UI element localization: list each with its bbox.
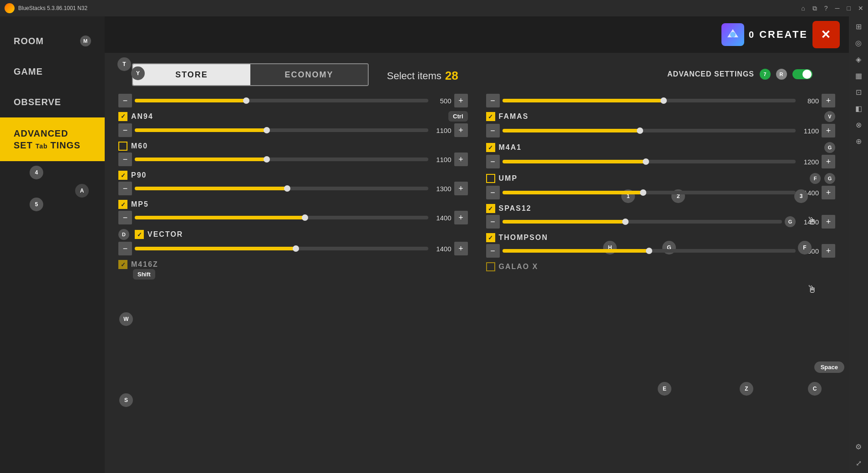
weapon-row-an94: AN94 Ctrl − 1100 +: [118, 111, 468, 137]
toggle-knob: [802, 70, 812, 79]
top-header: 0 CREATE ✕: [105, 16, 849, 53]
slider-plus-top-left[interactable]: +: [454, 94, 468, 107]
slider-minus-top-left[interactable]: −: [118, 94, 132, 107]
space-key-badge: Space: [814, 361, 844, 373]
slider-minus-m4a1[interactable]: −: [486, 155, 500, 168]
slider-minus-vector[interactable]: −: [118, 242, 132, 255]
maximize-icon[interactable]: □: [847, 5, 851, 12]
checkbox-vector[interactable]: [135, 230, 144, 239]
badge-z: Z: [740, 382, 753, 396]
badge-v: V: [824, 111, 835, 122]
slider-plus-top-right[interactable]: +: [822, 94, 835, 107]
tab-bar[interactable]: STORE ECONOMY: [132, 63, 369, 86]
badge-s: S: [119, 393, 133, 407]
left-sidebar: ROOM M GAME OBSERVE ADVANCEDSETTabTINGS …: [0, 16, 105, 473]
slider-plus-an94[interactable]: +: [454, 123, 468, 137]
slider-minus-thompson[interactable]: −: [486, 244, 500, 258]
slider-minus-an94[interactable]: −: [118, 123, 132, 137]
titlebar-close-icon[interactable]: ✕: [858, 5, 863, 12]
slider-minus-m60[interactable]: −: [118, 153, 132, 166]
checkbox-m416z[interactable]: [118, 260, 127, 269]
toolbar-icon-2[interactable]: ◎: [853, 37, 864, 48]
badge-t: T: [117, 57, 131, 71]
slider-plus-vector[interactable]: +: [454, 242, 468, 255]
badge-y: Y: [131, 66, 145, 80]
slider-value-an94: 1100: [431, 127, 452, 134]
app-logo: [5, 3, 15, 13]
close-button[interactable]: ✕: [812, 21, 840, 48]
weapon-name-ump: UMP: [499, 174, 807, 183]
checkbox-galaox[interactable]: [486, 262, 495, 271]
slider-minus-mp5[interactable]: −: [118, 211, 132, 224]
toolbar-icon-5[interactable]: ⊡: [853, 86, 864, 97]
checkbox-mp5[interactable]: [118, 200, 127, 209]
tab-store[interactable]: STORE: [133, 64, 250, 85]
copy-icon[interactable]: ⧉: [812, 5, 817, 12]
expand-icon[interactable]: ⤢: [853, 458, 864, 468]
badge-a: A: [75, 184, 89, 198]
slider-plus-thompson[interactable]: +: [822, 244, 835, 258]
toolbar-icon-3[interactable]: ◈: [853, 54, 864, 65]
slider-plus-ump[interactable]: +: [822, 186, 835, 199]
top-slider-left: − 500 +: [118, 94, 468, 107]
advanced-settings-label: ADVANCED SETTINGS: [667, 70, 754, 78]
weapon-name-m416z: M416Z: [131, 260, 468, 269]
checkbox-p90[interactable]: [118, 171, 127, 180]
weapon-name-spas12: SPAS12: [499, 204, 836, 213]
checkbox-m4a1[interactable]: [486, 143, 495, 152]
slider-plus-spas12[interactable]: +: [822, 215, 835, 229]
slider-plus-m4a1[interactable]: +: [822, 155, 835, 168]
sidebar-item-observe[interactable]: OBSERVE: [0, 87, 105, 117]
badge-w: W: [119, 312, 133, 326]
sidebar-item-game[interactable]: GAME: [0, 56, 105, 87]
slider-minus-top-right[interactable]: −: [486, 94, 500, 107]
main-content: 0 CREATE ✕ T Y STORE ECONOMY Select item…: [105, 16, 849, 473]
home-icon[interactable]: ⌂: [801, 5, 805, 12]
settings-icon[interactable]: ⚙: [853, 441, 864, 452]
slider-plus-m60[interactable]: +: [454, 153, 468, 166]
slider-plus-p90[interactable]: +: [454, 182, 468, 195]
slider-minus-famas[interactable]: −: [486, 124, 500, 137]
sidebar-item-advanced[interactable]: ADVANCEDSETTabTINGS: [0, 117, 105, 161]
weapon-name-m4a1: M4A1: [499, 143, 821, 152]
create-icon: [721, 23, 744, 46]
ctrl-key-badge: Ctrl: [448, 111, 467, 122]
slider-minus-ump[interactable]: −: [486, 186, 500, 199]
create-button[interactable]: 0 CREATE ✕: [721, 21, 840, 48]
items-count: 28: [445, 69, 458, 83]
slider-minus-spas12[interactable]: −: [486, 215, 500, 229]
slider-plus-famas[interactable]: +: [822, 124, 835, 137]
right-toolbar: ⊞ ◎ ◈ ▦ ⊡ ◧ ⊗ ⊕ ⚙ ⤢: [849, 16, 868, 473]
slider-minus-p90[interactable]: −: [118, 182, 132, 195]
weapons-grid: − 500 + AN94 Ctrl: [118, 94, 835, 464]
weapons-right-column: − 800 + 1 2 3 FAMAS V: [486, 94, 836, 464]
weapon-row-mp5: MP5 − 1400 +: [118, 200, 468, 224]
checkbox-spas12[interactable]: [486, 204, 495, 213]
app-name: BlueStacks 5.3.86.1001 N32: [18, 5, 87, 11]
slider-plus-mp5[interactable]: +: [454, 211, 468, 224]
window-controls[interactable]: ⌂ ⧉ ? ─ □ ✕: [801, 5, 863, 12]
title-bar: BlueStacks 5.3.86.1001 N32 ⌂ ⧉ ? ─ □ ✕: [0, 0, 868, 16]
badge-3: 3: [794, 189, 808, 203]
help-icon[interactable]: ?: [824, 5, 828, 12]
checkbox-thompson[interactable]: [486, 233, 495, 242]
checkbox-ump[interactable]: [486, 174, 495, 183]
weapon-name-vector: VECTOR: [147, 230, 468, 239]
advanced-toggle[interactable]: [792, 69, 812, 79]
tab-key-badge: Tab: [34, 142, 50, 150]
toolbar-icon-4[interactable]: ▦: [853, 70, 864, 81]
weapon-row-spas12: SPAS12 − G 1400 +: [486, 204, 836, 229]
badge-g2: G: [824, 142, 835, 153]
weapon-name-m60: M60: [131, 142, 468, 150]
toolbar-icon-1[interactable]: ⊞: [853, 21, 864, 32]
checkbox-an94[interactable]: [118, 112, 127, 121]
toolbar-icon-7[interactable]: ⊗: [853, 119, 864, 130]
checkbox-m60[interactable]: [118, 142, 127, 151]
sidebar-item-room[interactable]: ROOM M: [0, 25, 105, 56]
checkbox-famas[interactable]: [486, 112, 495, 121]
toolbar-icon-8[interactable]: ⊕: [853, 136, 864, 147]
toolbar-icon-6[interactable]: ◧: [853, 103, 864, 114]
tab-economy[interactable]: ECONOMY: [250, 64, 368, 85]
badge-f1: F: [798, 241, 812, 254]
minimize-icon[interactable]: ─: [835, 5, 840, 12]
